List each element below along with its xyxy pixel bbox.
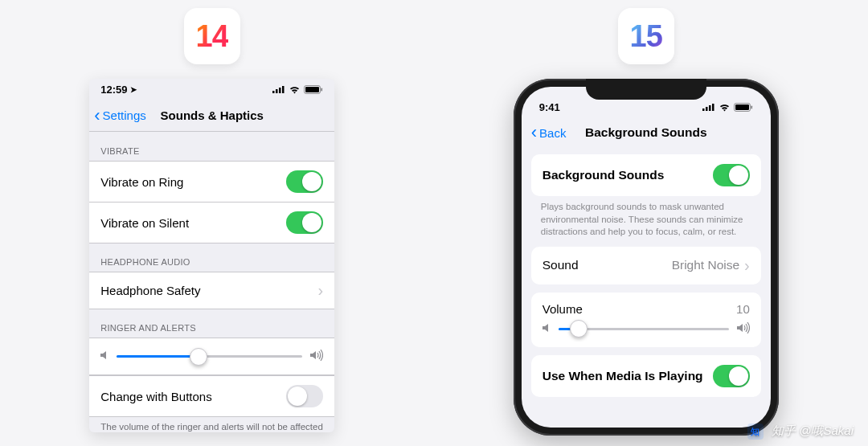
phone-notch xyxy=(586,79,706,100)
row-label: Vibrate on Ring xyxy=(100,175,183,189)
row-vibrate-on-silent[interactable]: Vibrate on Silent xyxy=(89,202,334,243)
toggle-change-buttons[interactable] xyxy=(286,385,323,407)
svg-rect-0 xyxy=(272,91,275,93)
chevron-right-icon xyxy=(744,256,750,275)
svg-rect-9 xyxy=(709,105,711,111)
section-header-vibrate: VIBRATE xyxy=(89,132,334,161)
section-header-ringer: RINGER AND ALERTS xyxy=(89,309,334,338)
row-label: Change with Buttons xyxy=(100,390,211,403)
row-label: Vibrate on Silent xyxy=(100,216,189,230)
battery-icon xyxy=(304,85,323,94)
volume-low-icon xyxy=(542,323,551,335)
volume-low-icon xyxy=(100,350,108,362)
group-sound: Sound Bright Noise xyxy=(531,247,761,284)
svg-rect-2 xyxy=(279,88,281,93)
row-label: Headphone Safety xyxy=(100,284,200,297)
svg-rect-10 xyxy=(712,104,714,111)
ringer-footer-note: The volume of the ringer and alerts will… xyxy=(89,416,334,432)
toggle-vibrate-ring[interactable] xyxy=(286,170,323,193)
row-vibrate-on-ring[interactable]: Vibrate on Ring xyxy=(89,161,334,203)
svg-rect-6 xyxy=(321,88,323,91)
bg-volume-slider[interactable] xyxy=(559,328,729,330)
row-label: Sound xyxy=(542,258,579,272)
volume-label: Volume xyxy=(542,302,583,316)
ios15-screen: 9:41 Back xyxy=(522,87,771,428)
row-background-sounds[interactable]: Background Sounds xyxy=(531,154,761,196)
status-time: 12:59 xyxy=(100,84,127,96)
svg-rect-1 xyxy=(276,89,278,93)
ios15-navbar: Back Background Sounds xyxy=(522,119,771,146)
nav-title: Sounds & Haptics xyxy=(89,108,334,122)
watermark-text: 知乎 @哦Sakai xyxy=(772,423,854,437)
signal-icon xyxy=(272,85,285,93)
toggle-use-when-media[interactable] xyxy=(713,365,750,387)
row-headphone-safety[interactable]: Headphone Safety xyxy=(89,272,334,309)
ios14-panel: 12:59 ➤ Settings xyxy=(89,79,334,432)
group-volume: Volume 10 xyxy=(531,293,761,347)
row-label: Use When Media Is Playing xyxy=(542,369,703,383)
volume-high-icon xyxy=(737,322,750,336)
watermark: 知 知乎 @哦Sakai xyxy=(747,423,854,440)
ios15-badge-text: 15 xyxy=(630,19,662,54)
svg-rect-5 xyxy=(305,87,319,92)
volume-value: 10 xyxy=(736,302,750,316)
ios14-navbar: Settings Sounds & Haptics xyxy=(89,100,334,132)
row-change-with-buttons[interactable]: Change with Buttons xyxy=(89,375,334,417)
svg-rect-8 xyxy=(706,107,708,111)
svg-rect-13 xyxy=(751,105,752,108)
volume-high-icon xyxy=(310,350,323,363)
toggle-background-sounds[interactable] xyxy=(713,164,750,186)
row-use-when-media[interactable]: Use When Media Is Playing xyxy=(531,355,761,397)
svg-rect-7 xyxy=(702,108,705,111)
ios14-badge: 14 xyxy=(184,8,240,64)
group-bg-sounds: Background Sounds xyxy=(531,154,761,196)
wifi-icon xyxy=(719,103,731,112)
ios15-phone-frame: 9:41 Back xyxy=(514,79,779,436)
chevron-right-icon xyxy=(318,281,324,300)
location-icon: ➤ xyxy=(130,85,137,94)
svg-rect-3 xyxy=(282,86,285,93)
battery-icon xyxy=(734,103,753,112)
wifi-icon xyxy=(289,85,301,94)
row-sound[interactable]: Sound Bright Noise xyxy=(531,247,761,284)
ios14-badge-text: 14 xyxy=(196,19,228,54)
ios15-badge: 15 xyxy=(618,8,674,64)
row-label: Background Sounds xyxy=(542,168,665,182)
ringer-slider-row xyxy=(89,338,334,375)
svg-rect-12 xyxy=(735,104,749,110)
group-media: Use When Media Is Playing xyxy=(531,355,761,397)
toggle-vibrate-silent[interactable] xyxy=(286,211,323,234)
section-header-headphone: HEADPHONE AUDIO xyxy=(89,243,334,272)
signal-icon xyxy=(702,103,715,111)
bg-sounds-note: Plays background sounds to mask unwanted… xyxy=(522,196,771,239)
zhihu-logo-icon: 知 xyxy=(747,423,764,440)
sound-value: Bright Noise xyxy=(672,258,739,272)
ios14-statusbar: 12:59 ➤ xyxy=(89,79,334,100)
status-time: 9:41 xyxy=(539,101,560,113)
ringer-volume-slider[interactable] xyxy=(117,355,302,358)
nav-title: Background Sounds xyxy=(522,125,771,140)
